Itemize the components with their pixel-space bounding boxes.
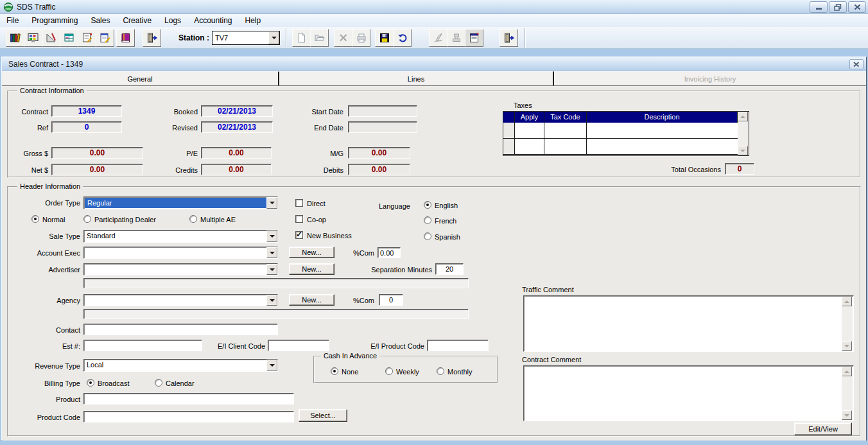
restore-button[interactable] (829, 1, 847, 13)
account-exec-dropdown[interactable] (83, 247, 278, 259)
chevron-down-icon[interactable] (266, 264, 277, 275)
menu-file[interactable]: File (0, 14, 25, 27)
gross-field[interactable]: 0.00 (51, 147, 143, 159)
menu-sales[interactable]: Sales (84, 14, 116, 27)
taxes-label: Taxes (514, 101, 532, 110)
contract-field[interactable]: 1349 (51, 105, 122, 117)
new-business-checkbox[interactable] (295, 231, 303, 239)
language-english-radio[interactable] (424, 201, 431, 209)
normal-radio[interactable] (31, 215, 39, 223)
account-exec-new-button[interactable]: New... (289, 247, 334, 258)
sale-type-dropdown[interactable]: Standard (83, 230, 278, 243)
chevron-down-icon[interactable] (266, 295, 277, 306)
direct-checkbox[interactable] (295, 199, 303, 207)
form-pencil-icon[interactable] (78, 29, 96, 47)
end-date-field[interactable] (348, 121, 417, 133)
chevron-down-icon[interactable] (266, 360, 277, 371)
product-code-field[interactable] (83, 411, 294, 423)
taxes-row (503, 123, 738, 139)
scroll-up-icon[interactable] (842, 367, 852, 376)
participating-dealer-radio[interactable] (83, 215, 91, 223)
net-label: Net $ (13, 166, 48, 175)
order-type-dropdown[interactable]: Regular (83, 196, 278, 209)
est-number-field[interactable] (83, 340, 202, 351)
billing-broadcast-radio[interactable] (87, 379, 94, 387)
contract-comment-box[interactable] (523, 365, 854, 421)
menu-programming[interactable]: Programming (25, 14, 84, 27)
chevron-down-icon[interactable] (266, 231, 277, 242)
contract-information-group: Contract Information Contract 1349 Ref 0… (7, 91, 861, 178)
copy-table-icon[interactable] (60, 29, 78, 47)
scroll-down-icon[interactable] (842, 410, 852, 420)
total-occasions-field[interactable]: 0 (725, 163, 754, 175)
minimize-button[interactable] (810, 1, 828, 13)
traffic-comment-box[interactable] (523, 295, 854, 352)
scroll-down-icon[interactable] (842, 341, 852, 351)
agency-pcom-field[interactable]: 0 (379, 294, 403, 306)
ei-client-code-field[interactable] (268, 340, 329, 351)
credits-field[interactable]: 0.00 (201, 164, 272, 175)
language-french-radio[interactable] (424, 216, 431, 224)
scroll-up-icon[interactable] (738, 112, 748, 121)
agency-new-button[interactable]: New... (289, 294, 334, 306)
menu-accounting[interactable]: Accounting (187, 14, 238, 27)
mg-field[interactable]: 0.00 (348, 147, 410, 159)
separation-minutes-field[interactable]: 20 (435, 263, 464, 275)
revised-field[interactable]: 02/21/2013 (201, 121, 273, 133)
booked-field[interactable]: 02/21/2013 (201, 105, 273, 117)
cash-weekly-radio[interactable] (385, 367, 393, 375)
start-date-field[interactable] (348, 105, 417, 117)
cash-monthly-radio[interactable] (437, 367, 444, 375)
taxes-scrollbar[interactable] (738, 112, 749, 155)
traffic-board-icon[interactable] (24, 29, 42, 47)
pe-field[interactable]: 0.00 (201, 147, 272, 159)
ei-product-code-field[interactable] (427, 340, 489, 351)
station-dropdown-arrow[interactable] (268, 31, 279, 44)
save-icon[interactable] (375, 29, 394, 47)
ref-label: Ref (13, 124, 48, 132)
coop-checkbox[interactable] (295, 215, 303, 223)
billing-calendar-label: Calendar (166, 380, 195, 388)
menu-logs[interactable]: Logs (158, 14, 187, 27)
multiple-ae-radio[interactable] (189, 215, 197, 223)
account-pcom-field[interactable]: 0.00 (378, 247, 401, 258)
notepad-icon[interactable] (96, 29, 114, 47)
menu-creative[interactable]: Creative (116, 14, 158, 27)
exit-door-icon[interactable] (499, 29, 518, 47)
library-icon[interactable] (6, 29, 24, 47)
debits-field[interactable]: 0.00 (348, 164, 410, 175)
traffic-comment-scrollbar[interactable] (842, 297, 853, 351)
close-button[interactable] (848, 1, 866, 13)
contract-comment-scrollbar[interactable] (842, 367, 853, 420)
cash-none-radio[interactable] (331, 367, 338, 375)
language-spanish-radio[interactable] (424, 232, 431, 240)
edit-view-button[interactable]: Edit/View (794, 423, 852, 435)
sale-type-label: Sale Type (8, 232, 80, 241)
ref-field[interactable]: 0 (51, 121, 122, 133)
agency-dropdown[interactable] (83, 294, 278, 306)
advertiser-new-button[interactable]: New... (289, 263, 334, 275)
chevron-down-icon[interactable] (266, 197, 277, 209)
station-combobox[interactable]: TV7 (212, 31, 280, 45)
doc-close-icon[interactable] (849, 59, 864, 69)
doc-title: Sales Contract - 1349 (8, 60, 83, 69)
taxes-grid[interactable]: Apply Tax Code Description (503, 111, 749, 156)
contact-field[interactable] (83, 324, 278, 335)
tab-lines[interactable]: Lines (279, 71, 554, 85)
properties-icon[interactable] (465, 29, 483, 47)
exit-door-icon[interactable] (143, 29, 161, 47)
log-editor-icon[interactable] (42, 29, 60, 47)
advertiser-dropdown[interactable] (83, 263, 278, 275)
product-field[interactable] (83, 393, 294, 405)
tab-general[interactable]: General (2, 71, 279, 85)
net-field[interactable]: 0.00 (51, 164, 143, 175)
menu-help[interactable]: Help (239, 14, 268, 27)
select-button[interactable]: Select... (299, 409, 347, 422)
scroll-up-icon[interactable] (842, 297, 852, 306)
billing-calendar-radio[interactable] (155, 379, 162, 387)
help-book-icon[interactable] (116, 29, 135, 47)
chevron-down-icon[interactable] (266, 247, 277, 258)
revenue-type-dropdown[interactable]: Local (83, 359, 278, 372)
scroll-down-icon[interactable] (738, 146, 748, 155)
undo-icon[interactable] (393, 29, 412, 47)
